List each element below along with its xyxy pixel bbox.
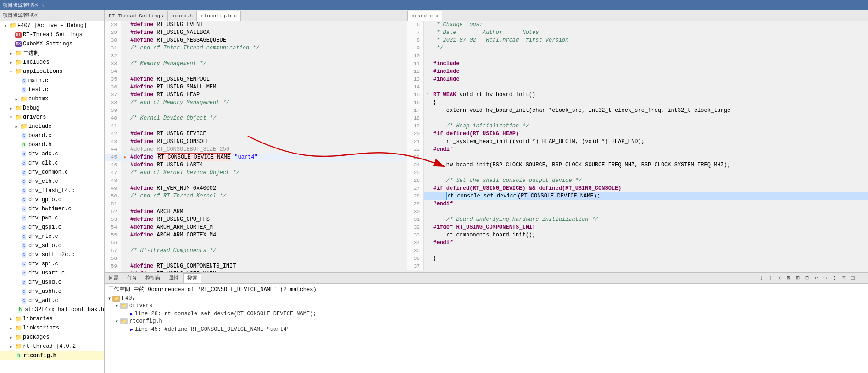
toolbar-min[interactable]: □	[849, 274, 857, 282]
toolbar-up[interactable]: ↑	[766, 274, 774, 282]
sidebar-item-drv-adc-c[interactable]: cdrv_adc.c	[0, 149, 104, 159]
keyword: #define	[130, 76, 153, 82]
sidebar-item-drv-usbh-c[interactable]: cdrv_usbh.c	[0, 287, 104, 296]
sidebar-item-drv-hwtimer-c[interactable]: cdrv_hwtimer.c	[0, 204, 104, 214]
sidebar-item-drv-pwm-c[interactable]: cdrv_pwm.c	[0, 214, 104, 223]
sidebar-item-test-c[interactable]: ctest.c	[0, 85, 104, 94]
sidebar-item-drv-sdio-c[interactable]: cdrv_sdio.c	[0, 241, 104, 250]
sidebar-item-f407[interactable]: ▼📁F407 [Active - Debug]	[0, 21, 104, 30]
right-editor[interactable]: 6 * Change Logs: 7 * Date Author Notes 8…	[407, 21, 868, 272]
left-tab-board.h[interactable]: board.h	[167, 11, 197, 21]
bottom-tab-任务[interactable]: 任务	[123, 273, 141, 283]
toolbar-collapse[interactable]: ⊟	[803, 274, 811, 282]
sidebar-item-stm32f4xx-hal-conf[interactable]: hstm32f4xx_hal_conf_bak.h	[0, 305, 104, 314]
toolbar-clear[interactable]: ⊠	[785, 274, 793, 282]
sidebar-item-cubemx[interactable]: ▶📁cubemx	[0, 94, 104, 104]
chevron-icon[interactable]: ▶	[7, 59, 15, 66]
file-c-icon: c	[20, 297, 28, 304]
sidebar-item-drv-qspi-c[interactable]: cdrv_qspi.c	[0, 223, 104, 232]
left-tab-rt-thread-settings[interactable]: RT-Thread Settings	[105, 11, 167, 21]
sidebar-item-includes[interactable]: ▶📁Includes	[0, 58, 104, 67]
keyword: #endif	[433, 240, 453, 246]
chevron-icon[interactable]: ▼	[7, 114, 15, 121]
sidebar-item-drv-rtc-c[interactable]: cdrv_rtc.c	[0, 232, 104, 241]
sidebar-item-drivers[interactable]: ▼📁drivers	[0, 113, 104, 122]
toolbar-dash[interactable]: —	[858, 274, 866, 282]
toolbar-link2[interactable]: ↪	[821, 274, 829, 282]
sidebar-item-drv-common-c[interactable]: cdrv_common.c	[0, 168, 104, 177]
sidebar-item-drv-spi-c[interactable]: cdrv_spi.c	[0, 259, 104, 269]
chevron-icon[interactable]: ▶	[7, 324, 15, 332]
toolbar-down[interactable]: ↓	[757, 274, 765, 282]
line-number: 26	[407, 177, 424, 185]
toolbar-expand[interactable]: ⊞	[794, 274, 802, 282]
bottom-tab-属性[interactable]: 属性	[165, 273, 183, 283]
chevron-icon[interactable]: ▼	[2, 22, 9, 29]
tab-label: board.h	[172, 13, 193, 19]
comment: */	[433, 45, 443, 51]
chevron-icon[interactable]: ▶	[7, 315, 15, 323]
result-item[interactable]: ▶ line 28: rt_console_set_device(RT_CONS…	[116, 310, 864, 318]
keyword: #define	[130, 232, 153, 238]
sidebar-item-rtconfig-h[interactable]: hrtconfig.h	[0, 351, 104, 360]
line-content: #endif	[431, 146, 868, 154]
sidebar-item-drv-usbd-c[interactable]: cdrv_usbd.c	[0, 278, 104, 287]
line-number: 32	[105, 52, 121, 60]
line-gutter	[121, 21, 128, 29]
sidebar-item-drv-soft-i2c-c[interactable]: cdrv_soft_i2c.c	[0, 250, 104, 259]
line-number: 59	[105, 263, 121, 270]
sidebar-item-drv-gpio-c[interactable]: cdrv_gpio.c	[0, 195, 104, 204]
sidebar-item-debug[interactable]: ▶📁Debug	[0, 104, 104, 113]
line-content: /* RT-Thread Components */	[128, 247, 407, 255]
sidebar-item-main-c[interactable]: cmain.c	[0, 76, 104, 85]
right-tab-board.c[interactable]: board.c✕	[407, 11, 442, 21]
line-content	[431, 52, 868, 60]
sidebar-item-packages[interactable]: ▶📁packages	[0, 333, 104, 342]
chevron-icon[interactable]: ▶	[7, 104, 15, 112]
line-number: 31	[105, 44, 121, 52]
sidebar-item-rt-thread[interactable]: ▶📁rt-thread [4.0.2]	[0, 342, 104, 351]
comment: /* end of Kernel Device Object */	[130, 170, 239, 176]
line-number: 27	[407, 185, 424, 192]
line-content: #if defined(RT_USING_DEVICE) && defined(…	[431, 185, 868, 192]
bottom-tab-控制台[interactable]: 控制台	[141, 273, 165, 283]
sidebar-item-drv-eth-c[interactable]: cdrv_eth.c	[0, 177, 104, 186]
sidebar-item-drv-wdt-c[interactable]: cdrv_wdt.c	[0, 296, 104, 305]
chevron-icon[interactable]: ▼	[7, 68, 15, 75]
chevron-icon[interactable]: ▶	[7, 343, 15, 350]
sidebar-item-board-c[interactable]: cboard.c	[0, 131, 104, 140]
tab-close[interactable]: ✕	[435, 13, 438, 19]
sidebar-item-applications[interactable]: ▼📁applications	[0, 67, 104, 76]
toolbar-link[interactable]: ↩	[812, 274, 820, 282]
chevron-icon[interactable]: ▶	[7, 49, 15, 57]
tab-close[interactable]: ✕	[234, 13, 237, 19]
subgroup-header[interactable]: ▼ 📁 drivers	[116, 302, 864, 309]
line-gutter	[424, 68, 431, 76]
sidebar-item-libraries[interactable]: ▶📁libraries	[0, 314, 104, 324]
bottom-tab-问题[interactable]: 问题	[105, 273, 123, 283]
sidebar-item-binary[interactable]: ▶📁二进制	[0, 49, 104, 58]
left-tab-rtconfig.h[interactable]: rtconfig.h✕	[197, 11, 241, 21]
sidebar-item-drv-flash-f4-c[interactable]: cdrv_flash_f4.c	[0, 186, 104, 195]
toolbar-close[interactable]: ✕	[775, 274, 784, 282]
result-group-header[interactable]: ▼ 📁 F407	[108, 295, 864, 302]
line-gutter	[424, 224, 431, 231]
toolbar-pin[interactable]: ❯	[830, 274, 839, 282]
sidebar-item-board-h[interactable]: hboard.h	[0, 140, 104, 149]
sidebar-item-cubemx-settings[interactable]: MXCubeMX Settings	[0, 39, 104, 49]
chevron-icon[interactable]: ▶	[13, 123, 20, 130]
chevron-icon[interactable]: ▶	[7, 334, 15, 341]
sidebar-item-rt-thread-settings[interactable]: RTRT-Thread Settings	[0, 30, 104, 39]
subgroup-header[interactable]: ▼ 📁 rtconfig.h	[116, 318, 864, 324]
sidebar-item-include[interactable]: ▶📁include	[0, 122, 104, 131]
result-item[interactable]: ▶ line 45: #define RT_CONSOLE_DEVICE_NAM…	[116, 325, 864, 334]
sidebar-item-drv-usart-c[interactable]: cdrv_usart.c	[0, 269, 104, 278]
line-number: 40	[105, 115, 121, 122]
left-editor[interactable]: 28 #define RT_USING_EVENT 29 #define RT_…	[105, 21, 407, 272]
sidebar-item-drv-clk-c[interactable]: cdrv_clk.c	[0, 159, 104, 168]
bottom-tab-搜索[interactable]: 搜索	[183, 273, 201, 283]
sidebar-item-linkscripts[interactable]: ▶📁linkscripts	[0, 324, 104, 333]
keyword: #define	[130, 263, 153, 269]
chevron-icon[interactable]: ▶	[13, 95, 20, 103]
toolbar-menu[interactable]: ≡	[840, 274, 848, 282]
